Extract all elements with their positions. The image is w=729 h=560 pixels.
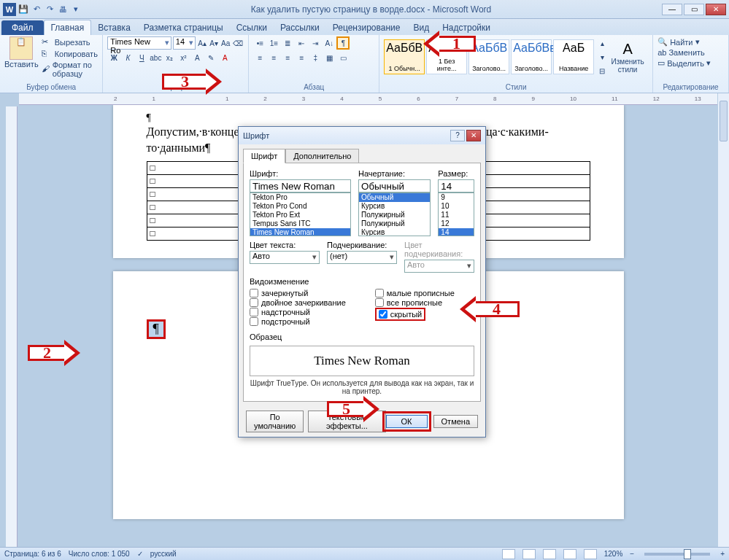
chk-sub[interactable]: подстрочный [250,317,346,326]
minimize-button[interactable]: — [662,4,682,15]
btn-cancel[interactable]: Отмена [433,415,478,428]
dialog-tab-advanced[interactable]: Дополнительно [285,149,359,163]
tab-mailings[interactable]: Рассылки [274,20,326,35]
font-name-list[interactable]: Tekton ProTekton Pro CondTekton Pro ExtT… [250,192,351,236]
underline-button[interactable]: Ч [135,51,148,64]
clear-format-button[interactable]: ⌫ [232,36,244,50]
redo-icon[interactable]: ↷ [44,4,55,15]
font-name-input[interactable] [250,179,351,192]
justify-button[interactable]: ≡ [295,51,308,64]
dialog-help-button[interactable]: ? [450,130,465,141]
zoom-slider[interactable] [644,553,710,556]
status-page[interactable]: Страница: 6 из 6 [4,550,61,558]
find-button[interactable]: 🔍Найти▾ [657,36,724,47]
status-words[interactable]: Число слов: 1 050 [69,550,130,558]
style-title[interactable]: АаБНазвание [553,39,594,74]
select-button[interactable]: ▭Выделить▾ [657,58,724,69]
print-icon[interactable]: 🖶 [57,4,69,15]
grow-font-button[interactable]: A▴ [197,36,207,50]
btn-default[interactable]: По умолчанию [246,411,304,432]
zoom-in-button[interactable]: + [720,550,725,558]
font-size-input[interactable] [438,179,474,192]
font-style-list[interactable]: ОбычныйКурсивПолужирныйПолужирный Курсив [358,192,431,236]
view-draft[interactable] [584,549,597,559]
save-icon[interactable]: 💾 [18,4,29,15]
status-zoom[interactable]: 120% [604,550,623,558]
shrink-font-button[interactable]: A▾ [209,36,219,50]
tab-addins[interactable]: Надстройки [436,20,497,35]
tab-layout[interactable]: Разметка страницы [137,20,230,35]
btn-texteffects[interactable]: Текстовые эффекты... [308,411,385,432]
view-print-layout[interactable] [502,549,515,559]
view-outline[interactable] [563,549,576,559]
underline-select[interactable]: (нет) [327,251,397,264]
tab-review[interactable]: Рецензирование [326,20,407,35]
change-case-button[interactable]: Aa [220,36,231,50]
style-h1[interactable]: АаБбВЗаголово... [468,39,509,74]
vertical-ruler[interactable] [6,106,18,547]
align-right-button[interactable]: ≡ [281,51,294,64]
horizontal-ruler[interactable]: 21123456789101112131415161718 [19,93,717,105]
shading-button[interactable]: ▦ [323,51,336,64]
dialog-titlebar[interactable]: Шрифт ? ✕ [239,127,485,144]
subscript-button[interactable]: x₂ [163,51,176,64]
inc-indent-button[interactable]: ⇥ [309,36,322,50]
italic-button[interactable]: К [121,51,134,64]
show-hide-button[interactable]: ¶ [336,36,350,50]
align-center-button[interactable]: ≡ [267,51,280,64]
qat-more-icon[interactable]: ▾ [70,4,82,15]
cut-button[interactable]: ✂Вырезать [42,36,99,48]
replace-button[interactable]: abЗаменить [657,47,724,58]
copy-button[interactable]: ⎘Копировать [42,48,99,60]
chk-smallcaps[interactable]: малые прописные [375,289,455,298]
paste-button[interactable]: 📋 Вставить [4,36,39,79]
multilevel-button[interactable]: ≣ [281,36,294,50]
font-color-select[interactable]: Авто [250,251,320,264]
bullets-button[interactable]: •≡ [253,36,266,50]
style-normal[interactable]: АаБбВ1 Обычн... [384,39,425,74]
status-lang[interactable]: русский [150,550,177,558]
scroll-thumb[interactable] [720,101,728,141]
close-button[interactable]: ✕ [706,4,726,15]
vertical-scrollbar[interactable] [717,93,729,547]
chk-dstrike[interactable]: двойное зачеркивание [250,298,346,307]
tab-references[interactable]: Ссылки [230,20,274,35]
chk-super[interactable]: надстрочный [250,308,346,316]
font-color-button[interactable]: A [218,51,231,64]
chk-strike[interactable]: зачеркнутый [250,289,346,298]
tab-insert[interactable]: Вставка [91,20,137,35]
zoom-out-button[interactable]: − [630,550,634,558]
dialog-close-button[interactable]: ✕ [466,130,481,141]
paragraph-mark-selected[interactable]: ¶ [147,319,166,339]
numbering-button[interactable]: 1≡ [267,36,280,50]
font-size-list[interactable]: 910111214 [438,192,474,236]
strike-button[interactable]: abc [149,51,162,64]
font-name-combo[interactable]: Times New Ro [107,36,171,50]
format-painter-button[interactable]: 🖌Формат по образцу [42,60,99,79]
status-proof-icon[interactable]: ✓ [137,550,143,558]
btn-ok[interactable]: ОК [386,415,428,428]
style-h2[interactable]: АаБбВвЗаголово... [511,39,552,74]
highlight-button[interactable]: ✎ [204,51,217,64]
tab-home[interactable]: Главная [44,20,92,35]
view-fullscreen[interactable] [522,549,536,559]
view-web[interactable] [543,549,556,559]
dialog-tab-font[interactable]: Шрифт [243,149,285,163]
font-size-combo[interactable]: 14 [173,36,196,50]
font-style-input[interactable] [358,179,431,192]
borders-button[interactable]: ▭ [336,51,350,64]
text-effects-button[interactable]: A [190,51,204,64]
chk-hidden[interactable]: скрытый [379,310,422,319]
undo-icon[interactable]: ↶ [31,4,42,15]
style-nospacing[interactable]: АаБбВвГ1 Без инте... [426,39,467,74]
file-tab[interactable]: Файл [1,20,44,35]
align-left-button[interactable]: ≡ [253,51,266,64]
change-styles-button[interactable]: A Изменить стили [607,41,648,74]
chk-allcaps[interactable]: все прописные [375,298,455,307]
maximize-button[interactable]: ▭ [684,4,704,15]
line-spacing-button[interactable]: ‡ [309,51,322,64]
sort-button[interactable]: A↓ [323,36,336,50]
dec-indent-button[interactable]: ⇤ [295,36,308,50]
superscript-button[interactable]: x² [177,51,190,64]
tab-view[interactable]: Вид [406,20,436,35]
